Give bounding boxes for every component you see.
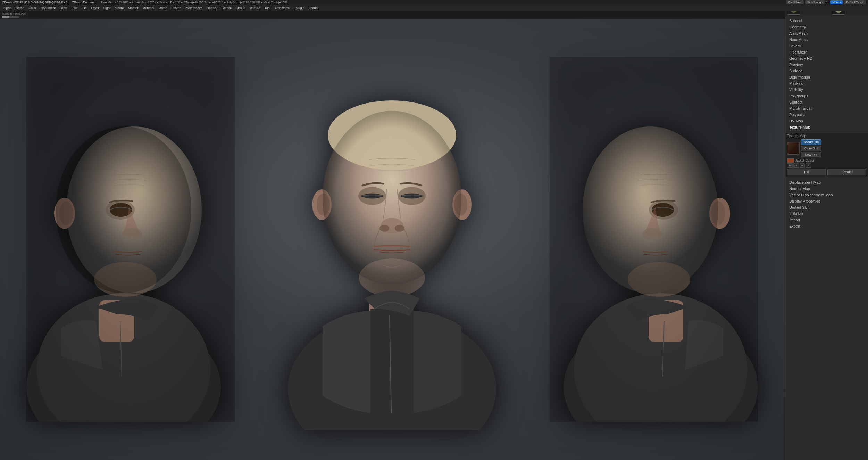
menu-deformation[interactable]: Deformation <box>785 74 868 80</box>
texture-color-row: Jacket_Colour <box>787 158 866 163</box>
menu-item-color[interactable]: Color <box>27 6 38 10</box>
menus-button[interactable]: Menus <box>830 0 843 4</box>
slider-thumb[interactable] <box>2 16 9 18</box>
app-title: ZBrush 4R8 P2 [DS]D-GGjF-QSFT-QO8-NBKC] <box>2 1 69 4</box>
menu-uv-map[interactable]: UV Map <box>785 118 868 124</box>
menu-arraymesh[interactable]: ArrayMesh <box>785 30 868 36</box>
stats-text: Free Mem 40.744GB ● Active Mem 13785 ● S… <box>101 1 287 4</box>
head-render-right <box>523 19 785 460</box>
menu-displacement-map[interactable]: Displacement Map <box>785 179 868 186</box>
menu-item-edit[interactable]: Edit <box>70 6 79 10</box>
new-txtr-button[interactable]: New Txtr <box>801 152 821 157</box>
menu-unified-skin[interactable]: Unified Skin <box>785 204 868 211</box>
menu-surface[interactable]: Surface <box>785 68 868 74</box>
menu-subtool[interactable]: Subtool <box>785 18 868 24</box>
channel-buttons: R G B A <box>787 163 866 168</box>
panel-menu-list-bottom: Displacement Map Normal Map Vector Displ… <box>785 178 868 231</box>
quicksave-button[interactable]: QuickSave <box>786 0 804 4</box>
menu-normal-map[interactable]: Normal Map <box>785 186 868 192</box>
right-panel: Leather Jacket5 ★ PolyMe Leather Subtool… <box>785 0 868 460</box>
menu-item-file[interactable]: File <box>80 6 89 10</box>
seethrough-value: 0 <box>826 1 827 4</box>
clone-txt-button[interactable]: Clone Txt <box>801 146 821 151</box>
color-label: Jacket_Colour <box>795 159 814 162</box>
head-render-left <box>0 19 261 460</box>
menu-item-document[interactable]: Document <box>39 6 57 10</box>
menu-geometry[interactable]: Geometry <box>785 24 868 30</box>
svg-rect-11 <box>26 57 235 422</box>
menu-item-preferences[interactable]: Preferences <box>183 6 204 10</box>
menu-item-draw[interactable]: Draw <box>58 6 69 10</box>
texture-thumbnail[interactable] <box>787 142 800 155</box>
menu-item-picker[interactable]: Picker <box>170 6 182 10</box>
coords-text: 0.396,0.456,0.005 <box>2 12 26 15</box>
menu-initialize[interactable]: Initialize <box>785 211 868 217</box>
channel-g-button[interactable]: G <box>793 163 799 168</box>
texture-on-button[interactable]: Texture On <box>801 139 821 145</box>
slider-track[interactable] <box>2 16 19 18</box>
texture-thumb-inner <box>787 142 799 154</box>
menu-item-zscript[interactable]: Zscript <box>307 6 320 10</box>
action-buttons-row: Fill Create <box>787 169 866 175</box>
menu-export[interactable]: Export <box>785 223 868 229</box>
panel-menu-list: Subtool Geometry ArrayMesh NanoMesh Laye… <box>785 16 868 132</box>
menu-morph-target[interactable]: Morph Target <box>785 105 868 112</box>
seethrough-button[interactable]: See-through <box>805 0 825 4</box>
menu-item-light[interactable]: Light <box>102 6 112 10</box>
top-bar: ZBrush 4R8 P2 [DS]D-GGjF-QSFT-QO8-NBKC] … <box>0 0 868 5</box>
menu-item-render[interactable]: Render <box>205 6 219 10</box>
texture-preview-row: Texture On Clone Txt New Txtr <box>787 139 866 157</box>
texture-buttons: Texture On Clone Txt New Txtr <box>801 139 821 157</box>
menu-item-stencil[interactable]: Stencil <box>220 6 233 10</box>
menu-item-marker[interactable]: Marker <box>126 6 140 10</box>
defaultzscript-button[interactable]: DefaultZScript <box>844 0 866 4</box>
menu-item-stroke[interactable]: Stroke <box>234 6 247 10</box>
menu-preview[interactable]: Preview <box>785 61 868 68</box>
menu-item-material[interactable]: Material <box>141 6 156 10</box>
menu-vector-displacement-map[interactable]: Vector Displacement Map <box>785 192 868 198</box>
menu-item-tool[interactable]: Tool <box>262 6 272 10</box>
menu-item-transform[interactable]: Transform <box>273 6 291 10</box>
svg-rect-26 <box>370 309 414 413</box>
create-button[interactable]: Create <box>827 169 866 175</box>
doc-label: ZBrush Document <box>72 1 98 4</box>
menu-item-zplugin[interactable]: Zplugin <box>292 6 306 10</box>
menu-item-texture[interactable]: Texture <box>248 6 262 10</box>
menu-masking[interactable]: Masking <box>785 80 868 87</box>
menu-geometry-hd[interactable]: Geometry HD <box>785 55 868 61</box>
head-render-center <box>261 19 523 460</box>
menu-texture-map[interactable]: Texture Map <box>785 124 868 130</box>
svg-point-27 <box>323 111 461 285</box>
channel-a-button[interactable]: A <box>806 163 811 168</box>
menu-item-layer[interactable]: Layer <box>89 6 101 10</box>
menu-fibermesh[interactable]: FiberMesh <box>785 49 868 55</box>
menu-bar: AlphaBrushColorDocumentDrawEditFileLayer… <box>0 5 868 11</box>
texture-map-header: Texture Map <box>787 134 866 138</box>
menu-layers[interactable]: Layers <box>785 43 868 49</box>
menu-visibility[interactable]: Visibility <box>785 87 868 93</box>
color-swatch[interactable] <box>787 158 794 163</box>
texture-map-section: Texture Map Texture On Clone Txt New Txt… <box>785 132 868 177</box>
channel-b-button[interactable]: B <box>800 163 805 168</box>
canvas-area[interactable] <box>0 19 785 460</box>
top-right-buttons: QuickSave See-through 0 Menus DefaultZSc… <box>786 0 866 4</box>
menu-nanomesh[interactable]: NanoMesh <box>785 36 868 43</box>
menu-polygroups[interactable]: Polygroups <box>785 93 868 99</box>
menu-display-properties[interactable]: Display Properties <box>785 198 868 204</box>
svg-rect-39 <box>550 57 758 422</box>
menu-item-macro[interactable]: Macro <box>113 6 125 10</box>
menu-item-movie[interactable]: Movie <box>157 6 169 10</box>
menu-item-brush[interactable]: Brush <box>14 6 26 10</box>
menu-contact[interactable]: Contact <box>785 99 868 105</box>
menu-polypaint[interactable]: Polypaint <box>785 112 868 118</box>
slider-bar <box>0 15 28 19</box>
menu-item-alpha[interactable]: Alpha <box>1 6 13 10</box>
channel-r-button[interactable]: R <box>787 163 793 168</box>
menu-import[interactable]: Import <box>785 217 868 223</box>
fill-button[interactable]: Fill <box>787 169 826 175</box>
